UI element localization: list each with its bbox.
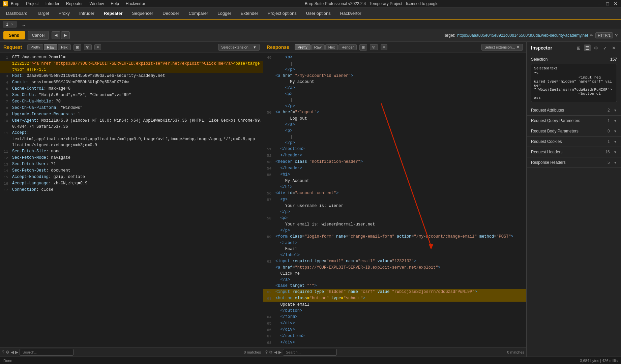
section-count-req-cookies: 1 <box>608 139 610 144</box>
req-format-hex[interactable]: Hex <box>58 44 71 50</box>
menu-intruder[interactable]: Intruder <box>44 1 61 7</box>
resp-line-66: 66 </div> <box>263 327 526 333</box>
tab-repeater[interactable]: Repeater <box>99 7 127 20</box>
resp-format-render[interactable]: Render <box>338 44 357 50</box>
req-settings-icon[interactable]: ⚙ <box>6 350 9 355</box>
inspector-expand-icon[interactable]: ⤢ <box>601 44 608 51</box>
resp-next-match[interactable]: ▶ <box>278 350 282 355</box>
req-next-match[interactable]: ▶ <box>15 350 18 355</box>
resp-format-raw[interactable]: Raw <box>311 44 325 50</box>
tab-sequencer[interactable]: Sequencer <box>127 7 158 20</box>
resp-format-hex[interactable]: Hex <box>325 44 338 50</box>
forward-arrow[interactable]: ▶ <box>61 31 70 39</box>
resp-line-57: 57 <p> <box>263 196 526 203</box>
inspector-section-req-cookies: Request Cookies 1 ▼ <box>527 136 621 147</box>
req-format-pretty[interactable]: Pretty <box>27 44 43 50</box>
menu-window[interactable]: Window <box>88 1 105 7</box>
inspector-section-req-headers-header[interactable]: Request Headers 16 ▼ <box>527 147 621 157</box>
tab-proxy[interactable]: Proxy <box>54 7 75 20</box>
resp-line-closea2: </a> <box>263 122 526 128</box>
response-code-area[interactable]: 49 <p> | </p> <a href="/my-account?id=wi… <box>263 53 526 347</box>
inspector-view-grid[interactable]: ⊞ <box>575 44 582 51</box>
resp-line-a1: <a href="/my-account?id=wiener"> <box>263 73 526 79</box>
req-line-6: 6 Sec-Ch-Ua: "Not(A:Brand";v="8", "Chrom… <box>0 92 263 98</box>
resp-select-extension[interactable]: Select extension... ▼ <box>481 44 523 51</box>
resp-line-closebutton: </button> <box>263 308 526 314</box>
req-prev-match[interactable]: ◀ <box>11 350 14 355</box>
chevron-req-cookies: ▼ <box>614 140 617 144</box>
resp-settings-icon[interactable]: ⚙ <box>269 350 273 355</box>
inspector-section-req-query-header[interactable]: Request Query Parameters 1 ▼ <box>527 116 621 126</box>
resp-line-p2: <p> <box>263 91 526 97</box>
inspector-section-req-cookies-header[interactable]: Request Cookies 1 ▼ <box>527 136 621 147</box>
selection-count-row: Selection 157 <box>531 57 617 62</box>
resp-line-62: 62 <input required type="hidden" name="c… <box>263 289 526 295</box>
toolbar: Send Cancel ◀ ▶ Target: https://0aaa005e… <box>0 29 621 42</box>
tab-decoder[interactable]: Decoder <box>158 7 184 20</box>
req-line-15: 13 Sec-Fetch-User: ?1 <box>0 161 263 168</box>
chevron-resp-headers: ▼ <box>614 161 617 164</box>
minimize-button[interactable]: ─ <box>597 1 602 6</box>
menu-hackvertor[interactable]: Hackvertor <box>124 1 147 7</box>
tab-hackvertor[interactable]: Hackvertor <box>335 7 366 20</box>
request-code-area[interactable]: 1 GET /my-account?email= 1232132"><a hre… <box>0 53 263 347</box>
menu-project[interactable]: Project <box>25 1 40 7</box>
inspector-close-icon[interactable]: ✕ <box>610 44 617 51</box>
inspector-header: Inspector ⊞ ☰ ⚙ ⤢ ✕ <box>527 42 621 54</box>
edit-target-icon[interactable]: ✏ <box>590 33 593 38</box>
resp-menu-icon[interactable]: ≡ <box>381 44 387 50</box>
tab-extender[interactable]: Extender <box>236 7 263 20</box>
sub-tab-new[interactable]: ... <box>18 21 28 28</box>
inspector-view-list[interactable]: ☰ <box>584 44 591 51</box>
inspector-section-req-attributes-header[interactable]: Request Attributes 2 ▼ <box>527 105 621 115</box>
inspector-section-req-query: Request Query Parameters 1 ▼ <box>527 116 621 126</box>
req-table-icon[interactable]: ⊞ <box>73 44 81 51</box>
cancel-button[interactable]: Cancel <box>28 31 49 40</box>
tab-dashboard[interactable]: Dashboard <box>1 7 32 20</box>
help-icon[interactable]: ? <box>615 33 618 38</box>
sub-tab-close[interactable]: ✕ <box>11 23 13 26</box>
tab-intruder[interactable]: Intruder <box>75 7 99 20</box>
req-line-7: 7 Sec-Ch-Ua-Mobile: ?0 <box>0 98 263 105</box>
resp-format-pretty[interactable]: Pretty <box>295 44 310 50</box>
inspector-settings-icon[interactable]: ⚙ <box>593 44 599 51</box>
request-search-input[interactable] <box>20 349 73 356</box>
req-newline-icon[interactable]: \n <box>84 44 92 50</box>
send-button[interactable]: Send <box>3 31 25 39</box>
close-button[interactable]: ✕ <box>613 1 618 6</box>
req-menu-icon[interactable]: ≡ <box>94 44 101 50</box>
resp-prev-match[interactable]: ◀ <box>274 350 277 355</box>
req-line-11: 11 Accept: <box>0 130 263 136</box>
req-line-5: 5 Cache-Control: max-age=0 <box>0 86 263 92</box>
tab-target[interactable]: Target <box>32 7 54 20</box>
maximize-button[interactable]: □ <box>605 1 610 6</box>
sub-tab-1[interactable]: 1 ✕ <box>3 21 17 28</box>
inspector-section-req-body-header[interactable]: Request Body Parameters 0 ▼ <box>527 126 621 136</box>
menu-help[interactable]: Help <box>109 1 120 7</box>
req-format-raw[interactable]: Raw <box>44 44 57 50</box>
menu-repeater[interactable]: Repeater <box>65 1 84 7</box>
inspector-section-resp-headers-header[interactable]: Response Headers 5 ▼ <box>527 157 621 168</box>
back-arrow[interactable]: ◀ <box>52 31 60 39</box>
resp-line-49: 49 <p> <box>263 54 526 61</box>
response-search-input[interactable] <box>283 349 337 356</box>
inspector-selection: Selection 157 Selected text "> <input re… <box>527 54 621 105</box>
http-version-badge[interactable]: HTTP/1 <box>595 32 613 38</box>
req-select-extension[interactable]: Select extension... ▼ <box>218 44 260 51</box>
tab-user-options[interactable]: User options <box>301 7 335 20</box>
request-format-tabs: Pretty Raw Hex <box>27 44 70 50</box>
resp-table-icon[interactable]: ⊞ <box>359 44 367 51</box>
resp-help-icon[interactable]: ? <box>265 350 268 355</box>
menu-burp[interactable]: Burp <box>9 1 21 7</box>
response-format-tabs: Pretty Raw Hex Render <box>295 44 357 50</box>
app-icon: B <box>3 1 8 6</box>
req-line-12: text/html,application/xhtml+xml,applicat… <box>0 136 263 148</box>
tab-comparer[interactable]: Comparer <box>184 7 213 20</box>
resp-line-closep3: </p> <box>263 140 526 146</box>
tab-project-options[interactable]: Project options <box>263 7 301 20</box>
req-help-icon[interactable]: ? <box>2 350 4 355</box>
tab-logger[interactable]: Logger <box>213 7 236 20</box>
resp-newline-icon[interactable]: \n <box>370 44 378 50</box>
resp-line-clickme: Click me <box>263 271 526 277</box>
resp-line-label: <label> <box>263 240 526 246</box>
